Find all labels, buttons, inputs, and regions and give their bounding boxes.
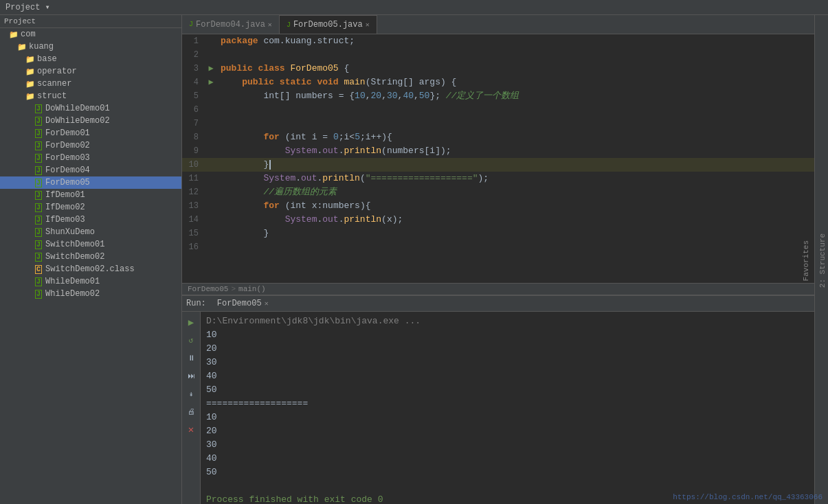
code-line-3: 3 ▶ public class ForDemo05 { [182, 62, 814, 76]
tree-label-IfDemo02: IfDemo02 [45, 203, 85, 212]
sidebar-tab-favorites[interactable]: Favorites [801, 238, 812, 284]
tree-item-SwitchDemo02class[interactable]: CSwitchDemo02.class [0, 263, 181, 275]
run-tab-close[interactable]: ✕ [265, 299, 269, 308]
line-num-6: 6 [182, 103, 204, 117]
tree-label-SwitchDemo02: SwitchDemo02 [45, 252, 104, 262]
tree-item-ForDemo02[interactable]: JForDemo02 [0, 139, 181, 152]
tree-item-operator[interactable]: 📁operator [0, 65, 181, 78]
sidebar-tab-structure[interactable]: 2: Structure [817, 231, 828, 290]
print-btn[interactable]: 🖨 [183, 404, 199, 419]
tab-ForDemo04[interactable]: J ForDemo04.java ✕ [182, 15, 280, 34]
tree-icon-base: 📁 [25, 54, 36, 65]
scroll-to-end-btn[interactable]: ↡ [183, 386, 199, 401]
tree-item-DoWhileDemo01[interactable]: JDoWhileDemo01 [0, 102, 181, 115]
tree-icon-ForDemo04: J [33, 165, 44, 176]
output-20-2: 20 [206, 424, 809, 438]
code-line-8: 8 for (int i = 0;i<5;i++){ [182, 130, 814, 144]
gutter-3: ▶ [204, 62, 218, 76]
tree-item-DoWhileDemo02[interactable]: JDoWhileDemo02 [0, 115, 181, 127]
tree-item-IfDemo01[interactable]: JIfDemo01 [0, 189, 181, 201]
code-line-10: 10 } [182, 158, 814, 172]
tree-item-ForDemo05[interactable]: JForDemo05 [0, 176, 181, 189]
tree-icon-ForDemo05: J [33, 177, 44, 188]
tab-icon-ForDemo05: J [287, 21, 291, 29]
tree-icon-IfDemo02: J [33, 202, 44, 213]
tree-item-ShunXuDemo[interactable]: JShunXuDemo [0, 226, 181, 238]
run-btn[interactable]: ▶ [183, 314, 199, 330]
tree-label-SwitchDemo01: SwitchDemo01 [45, 240, 104, 249]
tree-item-IfDemo03[interactable]: JIfDemo03 [0, 214, 181, 226]
tree-icon-DoWhileDemo01: J [33, 103, 44, 114]
line-content-13: for (int x:numbers){ [218, 199, 814, 213]
tab-close-ForDemo05[interactable]: ✕ [366, 21, 370, 29]
code-line-16: 16 [182, 240, 814, 254]
line-content-16 [218, 240, 814, 254]
tree-item-ForDemo03[interactable]: JForDemo03 [0, 152, 181, 164]
line-content-2 [218, 48, 814, 62]
tree-label-DoWhileDemo02: DoWhileDemo02 [45, 116, 110, 126]
line-content-7 [218, 117, 814, 130]
line-content-3: public class ForDemo05 { [218, 62, 814, 76]
project-title[interactable]: Project ▾ [5, 2, 50, 12]
line-num-16: 16 [182, 240, 204, 254]
output-separator: =================== [206, 397, 809, 411]
tree-item-IfDemo02[interactable]: JIfDemo02 [0, 201, 181, 214]
code-line-11: 11 System.out.println("=================… [182, 172, 814, 185]
tree-item-SwitchDemo01[interactable]: JSwitchDemo01 [0, 238, 181, 251]
line-content-15: } [218, 227, 814, 240]
run-tab-ForDemo05[interactable]: ForDemo05 ✕ [212, 297, 274, 310]
line-content-10: } [218, 158, 814, 172]
code-line-9: 9 System.out.println(numbers[i]); [182, 144, 814, 158]
code-line-5: 5 int[] numbers = {10,20,30,40,50}; //定义… [182, 89, 814, 103]
tree-item-WhileDemo02[interactable]: JWhileDemo02 [0, 288, 181, 300]
tree-item-ForDemo01[interactable]: JForDemo01 [0, 127, 181, 139]
tab-close-ForDemo04[interactable]: ✕ [268, 21, 272, 29]
output-20-1: 20 [206, 342, 809, 356]
process-done-text: Process finished with exit code 0 [206, 494, 383, 504]
line-num-8: 8 [182, 130, 204, 144]
tree-item-ForDemo04[interactable]: JForDemo04 [0, 164, 181, 176]
code-line-13: 13 for (int x:numbers){ [182, 199, 814, 213]
close-output-btn[interactable]: ✕ [183, 422, 199, 437]
tree-item-struct[interactable]: 📁struct [0, 90, 181, 102]
tab-label-ForDemo04: ForDemo04.java [196, 20, 265, 30]
line-num-5: 5 [182, 89, 204, 103]
tree-item-kuang[interactable]: 📁kuang [0, 41, 181, 53]
tree-label-IfDemo03: IfDemo03 [45, 215, 85, 225]
tab-ForDemo05[interactable]: J ForDemo05.java ✕ [280, 15, 377, 34]
project-label: Project [4, 17, 36, 25]
breadcrumb-sep: > [231, 285, 236, 293]
line-num-2: 2 [182, 48, 204, 62]
tree-item-scanner[interactable]: 📁scanner [0, 78, 181, 90]
tree-label-ForDemo05: ForDemo05 [45, 178, 90, 187]
tree-label-WhileDemo02: WhileDemo02 [45, 289, 100, 299]
breadcrumb-file: ForDemo05 [188, 285, 228, 293]
line-content-6 [218, 103, 814, 117]
code-lines: 1 package com.kuang.struct; 2 3 ▶ public… [182, 34, 814, 254]
code-line-7: 7 [182, 117, 814, 130]
tree-label-ForDemo04: ForDemo04 [45, 165, 90, 175]
pause-btn[interactable]: ⏭ [183, 368, 199, 383]
output-10-2: 10 [206, 411, 809, 424]
tree-item-com[interactable]: 📁com [0, 28, 181, 41]
line-content-11: System.out.println("==================="… [218, 172, 814, 185]
code-line-1: 1 package com.kuang.struct; [182, 34, 814, 48]
rerun-btn[interactable]: ↺ [183, 332, 199, 347]
stop-btn[interactable]: ⏸ [183, 350, 199, 365]
tree-label-ForDemo01: ForDemo01 [45, 128, 90, 138]
top-bar: Project ▾ [0, 0, 828, 15]
tree-item-WhileDemo01[interactable]: JWhileDemo01 [0, 275, 181, 288]
tree-label-SwitchDemo02class: SwitchDemo02.class [45, 264, 135, 274]
tree-item-base[interactable]: 📁base [0, 53, 181, 65]
code-editor[interactable]: 1 package com.kuang.struct; 2 3 ▶ public… [182, 34, 814, 283]
code-line-12: 12 //遍历数组的元素 [182, 185, 814, 199]
tree-icon-IfDemo03: J [33, 214, 44, 225]
line-num-7: 7 [182, 117, 204, 130]
output-50-2: 50 [206, 466, 809, 479]
output-40-2: 40 [206, 452, 809, 466]
project-panel: Project 📁com📁kuang📁base📁operator📁scanner… [0, 15, 182, 504]
run-command-line: D:\Environment\jdk8\jdk\bin\java.exe ... [206, 314, 809, 328]
tree-item-SwitchDemo02[interactable]: JSwitchDemo02 [0, 251, 181, 263]
tree-label-operator: operator [37, 67, 77, 76]
tree-label-struct: struct [37, 91, 67, 101]
